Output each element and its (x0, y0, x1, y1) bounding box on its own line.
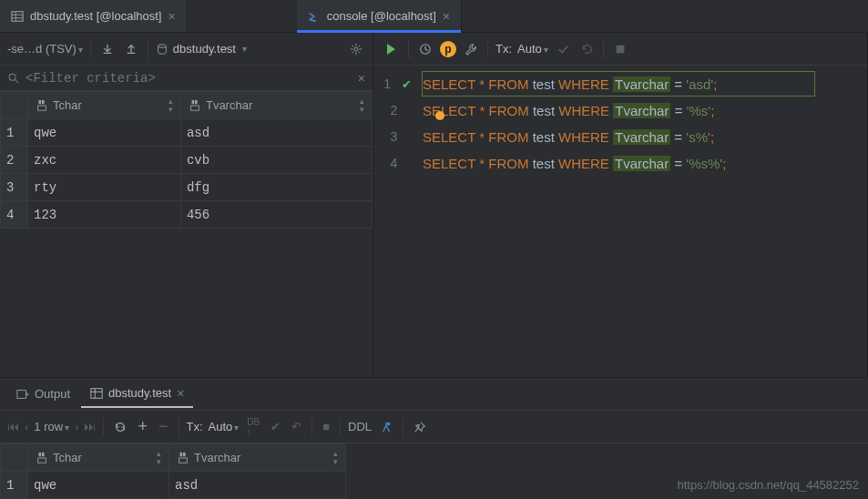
run-button[interactable] (381, 39, 401, 59)
svg-rect-11 (191, 99, 194, 103)
left-toolbar: -se…d (TSV)▾ dbstudy.test▾ (0, 33, 373, 66)
svg-rect-9 (42, 99, 45, 103)
column-icon (36, 452, 48, 464)
svg-rect-15 (616, 45, 624, 53)
column-header[interactable]: Tchar▴▾ (28, 444, 169, 472)
sort-handle-icon[interactable]: ▴▾ (157, 450, 161, 466)
sql-editor[interactable]: 1 ✔ 2 3 4 SELECT * FROM test WHERE Tvarc… (373, 66, 867, 377)
rownum-header (1, 444, 28, 472)
top-data-table: Tchar▴▾ Tvarchar▴▾ 1qweasd 2zxccvb 3rtyd… (0, 91, 373, 229)
console-icon (308, 10, 321, 23)
history-icon[interactable] (416, 40, 434, 58)
table-icon (90, 387, 103, 400)
commit-icon[interactable] (554, 40, 572, 58)
search-icon (7, 72, 20, 85)
filter-row: × (0, 66, 373, 91)
svg-point-20 (387, 422, 391, 425)
svg-line-7 (15, 79, 19, 83)
table-row[interactable]: 1qweasd (1, 119, 373, 147)
table-row[interactable]: 4123456 (1, 201, 373, 229)
svg-point-4 (158, 44, 166, 47)
sort-handle-icon[interactable]: ▴▾ (360, 97, 364, 114)
editor-gutter: 1 ✔ 2 3 4 (373, 71, 419, 377)
prev-page-icon[interactable]: ‹ (25, 420, 28, 433)
column-header[interactable]: Tchar▴▾ (28, 92, 181, 119)
sort-handle-icon[interactable]: ▴▾ (168, 97, 173, 114)
row-count[interactable]: 1 row▾ (34, 420, 69, 433)
table-row[interactable]: 2zxccvb (1, 147, 373, 174)
explain-plan-icon[interactable]: p (440, 41, 456, 57)
table-icon (11, 10, 24, 23)
column-header[interactable]: Tvarchar▴▾ (180, 92, 372, 119)
column-icon (177, 452, 189, 464)
tx-mode[interactable]: Auto▾ (517, 42, 548, 56)
tab-label: console [@localhost] (327, 9, 436, 23)
svg-rect-22 (42, 452, 45, 455)
filter-input[interactable] (26, 71, 352, 86)
tx-label: Tx: (187, 420, 203, 433)
data-format-selector[interactable]: -se…d (TSV)▾ (7, 42, 83, 56)
table-row[interactable]: 1qweasd (1, 472, 346, 499)
tab-data-grid[interactable]: dbstudy.test [@localhost] × (0, 0, 188, 32)
column-icon (36, 99, 48, 112)
submit-icon[interactable]: DB↑ (244, 414, 262, 440)
rollback-icon[interactable] (577, 40, 596, 58)
commit-icon[interactable]: ✔ (268, 417, 283, 436)
bulb-icon[interactable] (435, 111, 444, 120)
settings-icon[interactable] (347, 40, 365, 58)
rownum-header (1, 92, 28, 119)
sort-handle-icon[interactable]: ▴▾ (333, 450, 338, 466)
ddl-button[interactable]: DDL (348, 420, 372, 433)
console-toolbar: p Tx: Auto▾ (373, 33, 867, 66)
datasource-selector[interactable]: dbstudy.test▾ (156, 42, 247, 56)
svg-rect-25 (183, 452, 186, 455)
stop-icon[interactable] (611, 40, 629, 58)
svg-point-6 (9, 74, 15, 80)
clear-filter-icon[interactable]: × (358, 71, 365, 86)
tab-output[interactable]: Output (7, 382, 79, 406)
svg-rect-10 (38, 106, 46, 110)
result-data-table: Tchar▴▾ Tvarchar▴▾ 1qweasd (0, 443, 346, 499)
svg-rect-21 (39, 452, 42, 455)
table-row[interactable]: 3rtydfg (1, 174, 373, 201)
svg-rect-0 (12, 11, 23, 21)
close-icon[interactable]: × (168, 9, 175, 24)
svg-rect-24 (180, 452, 183, 455)
compare-icon[interactable] (377, 418, 395, 436)
watermark: https://blog.csdn.net/qq_44582252 (678, 478, 860, 492)
svg-rect-26 (179, 458, 188, 463)
tab-label: dbstudy.test [@localhost] (30, 9, 161, 23)
top-tab-bar: dbstudy.test [@localhost] × console [@lo… (0, 0, 868, 33)
first-page-icon[interactable]: ⏮ (7, 420, 19, 433)
stop-icon[interactable]: ■ (320, 417, 332, 436)
output-icon (16, 388, 29, 401)
svg-rect-23 (38, 458, 46, 463)
close-icon[interactable]: × (177, 386, 184, 401)
wrench-icon[interactable] (462, 40, 480, 58)
svg-rect-16 (17, 390, 26, 398)
download-icon[interactable] (98, 40, 117, 58)
add-row-icon[interactable]: + (135, 414, 150, 439)
db-icon (156, 43, 168, 56)
column-header[interactable]: Tvarchar▴▾ (169, 444, 346, 472)
result-toolbar: ⏮ ‹ 1 row▾ › ⏭ + − Tx: Auto▾ DB↑ ✔ ↶ ■ D… (0, 411, 868, 443)
svg-rect-12 (195, 99, 198, 103)
tx-label: Tx: (495, 42, 512, 56)
tab-result[interactable]: dbstudy.test × (81, 381, 193, 408)
tx-mode[interactable]: Auto▾ (209, 420, 240, 433)
svg-point-5 (354, 46, 358, 50)
close-icon[interactable]: × (443, 9, 450, 24)
check-icon: ✔ (402, 71, 412, 97)
code-area[interactable]: SELECT * FROM test WHERE Tvarchar = 'asd… (419, 71, 867, 377)
remove-row-icon[interactable]: − (156, 414, 171, 439)
refresh-icon[interactable] (111, 418, 129, 436)
svg-rect-13 (191, 106, 199, 110)
column-icon (189, 99, 201, 112)
pin-icon[interactable] (411, 418, 429, 436)
upload-icon[interactable] (122, 40, 140, 58)
rollback-icon[interactable]: ↶ (289, 417, 304, 436)
last-page-icon[interactable]: ⏭ (84, 420, 96, 433)
svg-rect-17 (91, 388, 102, 398)
next-page-icon[interactable]: › (75, 420, 78, 433)
tab-console[interactable]: console [@localhost] × (297, 0, 462, 32)
